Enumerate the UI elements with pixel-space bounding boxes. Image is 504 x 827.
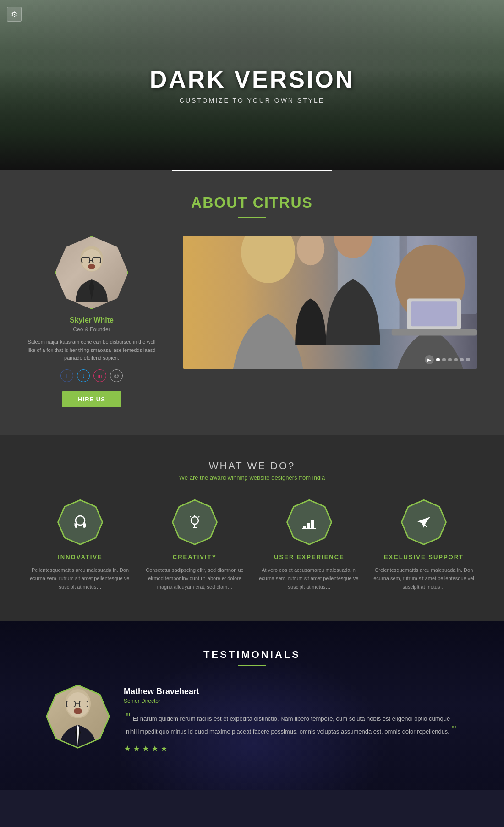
star-2: ★ bbox=[133, 744, 140, 754]
plane-icon bbox=[402, 501, 445, 544]
testimonials-underline bbox=[238, 665, 266, 666]
service-item-support: EXCLUSIVE SUPPORT Orelentesquemattis arc… bbox=[373, 499, 474, 591]
svg-line-28 bbox=[198, 516, 199, 517]
svg-point-5 bbox=[88, 264, 95, 269]
services-grid: INNOVATIVE Pellentesquemattis arcu males… bbox=[27, 499, 477, 591]
star-1: ★ bbox=[124, 744, 131, 754]
support-desc: Orelentesquemattis arcu malesuada in. Do… bbox=[373, 566, 474, 591]
testimonial-role: Senior Director bbox=[124, 698, 458, 704]
instagram-icon[interactable]: in bbox=[93, 369, 106, 382]
carousel-controls: ▶ bbox=[425, 355, 470, 364]
service-item-creativity: CREATIVITY Consetetur sadipscing elitr, … bbox=[144, 499, 245, 591]
carousel-prev[interactable]: ▶ bbox=[425, 355, 434, 364]
divider-line bbox=[172, 170, 332, 171]
hero-content: DARK VERSION CUSTOMIZE TO YOUR OWN STYLE bbox=[150, 66, 355, 104]
star-rating: ★ ★ ★ ★ ★ bbox=[124, 744, 458, 754]
title-underline bbox=[238, 217, 266, 218]
service-item-innovative: INNOVATIVE Pellentesquemattis arcu males… bbox=[30, 499, 131, 591]
creativity-desc: Consetetur sadipscing elitr, sed diamnon… bbox=[144, 566, 245, 591]
hero-title: DARK VERSION bbox=[150, 66, 355, 93]
svg-rect-30 bbox=[307, 523, 310, 529]
quote-open-mark: " bbox=[126, 710, 131, 724]
testimonial-card: Mathew Braveheart Senior Director "Et ha… bbox=[46, 685, 458, 754]
social-icons-group: f t in @ bbox=[27, 369, 156, 382]
gear-icon: ⚙ bbox=[11, 10, 17, 19]
hero-subtitle: CUSTOMIZE TO YOUR OWN STYLE bbox=[150, 97, 355, 104]
settings-button[interactable]: ⚙ bbox=[7, 7, 22, 22]
chart-icon bbox=[288, 501, 331, 544]
creativity-icon-wrap bbox=[172, 499, 218, 545]
quote-close-mark: " bbox=[452, 723, 456, 737]
innovative-icon-wrap bbox=[57, 499, 103, 545]
avatar bbox=[55, 236, 128, 309]
testimonial-name: Mathew Braveheart bbox=[124, 687, 458, 696]
svg-point-22 bbox=[191, 517, 198, 524]
support-label: EXCLUSIVE SUPPORT bbox=[373, 553, 474, 560]
facebook-icon[interactable]: f bbox=[60, 369, 73, 382]
about-title-block: ABOUT CITRUS bbox=[27, 194, 477, 218]
star-5: ★ bbox=[160, 744, 168, 754]
carousel-dot-2[interactable] bbox=[442, 358, 446, 361]
svg-line-27 bbox=[190, 516, 191, 517]
testimonials-section: TESTIMONIALS bbox=[0, 621, 504, 790]
support-icon-wrap bbox=[401, 499, 447, 545]
services-heading: WHAT WE DO? bbox=[27, 460, 477, 472]
testimonial-avatar bbox=[46, 685, 110, 749]
testimonial-avatar-wrap bbox=[46, 685, 110, 749]
services-section: WHAT WE DO? We are the award winning web… bbox=[0, 435, 504, 621]
ux-desc: At vero eos et accusamarcu malesuada in.… bbox=[259, 566, 360, 591]
testimonial-quote: "Et harum quidem rerum facilis est et ex… bbox=[124, 711, 458, 737]
person-name: Skyler White bbox=[27, 316, 156, 324]
services-title-block: WHAT WE DO? We are the award winning web… bbox=[27, 460, 477, 481]
creativity-label: CREATIVITY bbox=[144, 553, 245, 560]
avatar-image bbox=[56, 237, 127, 308]
about-section: ABOUT CITRUS bbox=[0, 171, 504, 435]
avatar-container bbox=[55, 236, 128, 309]
testimonials-heading: TESTIMONIALS bbox=[27, 649, 477, 661]
star-4: ★ bbox=[151, 744, 159, 754]
svg-rect-31 bbox=[311, 520, 314, 529]
person-bio: Saleem naijar kaasram eerie can be disbu… bbox=[27, 338, 156, 362]
carousel-dot-1[interactable] bbox=[436, 358, 440, 361]
about-content: Skyler White Ceo & Founder Saleem naijar… bbox=[27, 236, 477, 407]
innovative-label: INNOVATIVE bbox=[30, 553, 131, 560]
svg-point-39 bbox=[74, 708, 82, 714]
about-person-card: Skyler White Ceo & Founder Saleem naijar… bbox=[27, 236, 156, 407]
testimonial-text-block: Mathew Braveheart Senior Director "Et ha… bbox=[124, 685, 458, 754]
svg-rect-16 bbox=[411, 301, 457, 326]
innovative-desc: Pellentesquemattis arcu malesuada in. Do… bbox=[30, 566, 131, 591]
carousel-dot-5[interactable] bbox=[460, 358, 464, 361]
twitter-icon[interactable]: t bbox=[77, 369, 90, 382]
svg-rect-18 bbox=[75, 523, 77, 528]
service-item-user-experience: USER EXPERIENCE At vero eos et accusamar… bbox=[259, 499, 360, 591]
ux-icon-wrap bbox=[286, 499, 332, 545]
about-office-image: ▶ bbox=[183, 236, 477, 369]
services-subtitle: We are the award winning website designe… bbox=[27, 474, 477, 481]
email-icon[interactable]: @ bbox=[110, 369, 123, 382]
star-3: ★ bbox=[142, 744, 149, 754]
svg-rect-19 bbox=[83, 523, 86, 528]
carousel-pause[interactable] bbox=[466, 358, 470, 361]
testimonial-photo bbox=[47, 686, 109, 747]
person-role: Ceo & Founder bbox=[27, 326, 156, 333]
headphones-icon bbox=[59, 501, 102, 544]
bulb-icon bbox=[173, 501, 216, 544]
hero-section: ⚙ DARK VERSION CUSTOMIZE TO YOUR OWN STY… bbox=[0, 0, 504, 170]
about-heading: ABOUT CITRUS bbox=[27, 194, 477, 211]
office-photo: ▶ bbox=[183, 236, 477, 369]
svg-rect-14 bbox=[392, 329, 477, 335]
carousel-dot-4[interactable] bbox=[454, 358, 458, 361]
hire-us-button[interactable]: Hire Us bbox=[62, 391, 121, 407]
ux-label: USER EXPERIENCE bbox=[259, 553, 360, 560]
carousel-dot-3[interactable] bbox=[448, 358, 452, 361]
